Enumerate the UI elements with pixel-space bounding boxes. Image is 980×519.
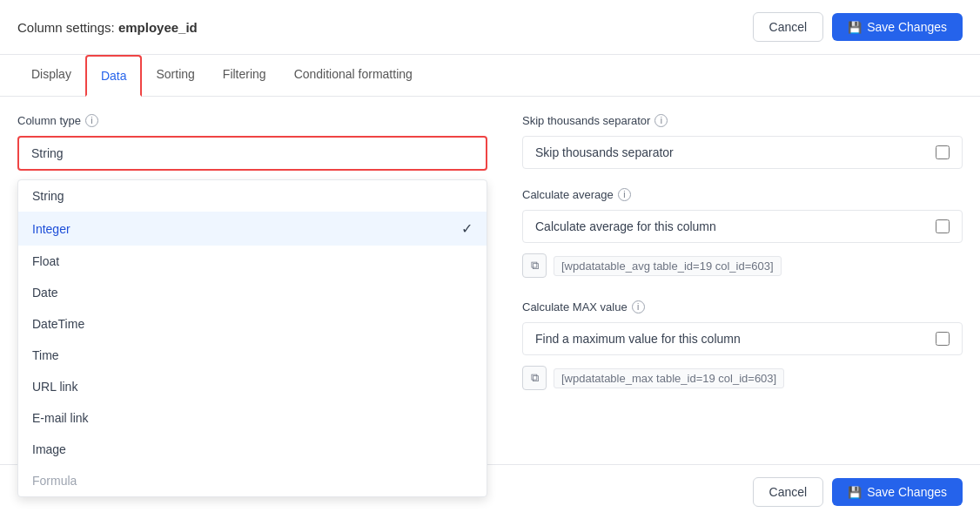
calculate-avg-label: Calculate average i: [522, 188, 963, 201]
calculate-avg-checkbox-label: Calculate average for this column: [535, 219, 716, 233]
dropdown-item-datetime[interactable]: DateTime: [18, 308, 487, 340]
dropdown-item-integer[interactable]: Integer ✓: [18, 212, 487, 246]
tab-data[interactable]: Data: [85, 55, 143, 97]
dropdown-list: String Integer ✓ Float Date DateTime: [17, 179, 487, 497]
footer-cancel-button[interactable]: Cancel: [753, 477, 824, 507]
tab-sorting[interactable]: Sorting: [142, 55, 208, 97]
header-title-prefix: Column settings:: [17, 20, 118, 35]
tabs: Display Data Sorting Filtering Condition…: [0, 55, 980, 97]
skip-thousands-label: Skip thousands separator i: [522, 114, 963, 127]
calculate-max-checkbox-label: Find a maximum value for this column: [535, 332, 741, 346]
calculate-max-info-icon[interactable]: i: [632, 300, 645, 313]
skip-thousands-section: Skip thousands separator i Skip thousand…: [522, 114, 963, 169]
skip-thousands-row: Skip thousands separator: [522, 136, 963, 169]
skip-thousands-checkbox-label: Skip thousands separator: [535, 145, 674, 159]
dropdown-item-url-link[interactable]: URL link: [18, 371, 487, 402]
calculate-avg-copy-button[interactable]: ⧉: [522, 253, 547, 278]
dropdown-item-formula: Formula: [18, 465, 487, 496]
calculate-max-section: Calculate MAX value i Find a maximum val…: [522, 300, 963, 394]
main-content: Column type i String String Integer ✓: [0, 97, 980, 413]
dropdown-item-string[interactable]: String: [18, 180, 487, 212]
dropdown-item-date[interactable]: Date: [18, 277, 487, 308]
dropdown-item-image[interactable]: Image: [18, 434, 487, 465]
tab-conditional[interactable]: Conditional formatting: [280, 55, 426, 97]
calculate-max-label: Calculate MAX value i: [522, 300, 963, 313]
skip-thousands-checkbox[interactable]: [936, 145, 950, 159]
copy-max-icon: ⧉: [531, 371, 539, 385]
copy-avg-icon: ⧉: [531, 259, 539, 273]
footer-save-button[interactable]: 💾 Save Changes: [832, 478, 963, 506]
header-actions: Cancel 💾 Save Changes: [753, 12, 963, 42]
dropdown-item-email-link[interactable]: E-mail link: [18, 402, 487, 434]
calculate-avg-checkbox[interactable]: [936, 219, 950, 233]
tab-display[interactable]: Display: [17, 55, 85, 97]
tab-filtering[interactable]: Filtering: [209, 55, 280, 97]
calculate-avg-shortcode: [wpdatatable_avg table_id=19 col_id=603]: [554, 256, 782, 276]
header-save-button[interactable]: 💾 Save Changes: [832, 13, 963, 41]
calculate-max-checkbox[interactable]: [936, 332, 950, 346]
column-type-info-icon[interactable]: i: [85, 114, 98, 127]
calculate-max-shortcode-row: ⧉ [wpdatatable_max table_id=19 col_id=60…: [522, 362, 963, 394]
check-icon: ✓: [461, 220, 473, 237]
calculate-max-shortcode: [wpdatatable_max table_id=19 col_id=603]: [554, 368, 784, 388]
save-icon: 💾: [848, 21, 862, 34]
calculate-max-copy-button[interactable]: ⧉: [522, 366, 547, 390]
dropdown-item-time[interactable]: Time: [18, 340, 487, 371]
calculate-avg-section: Calculate average i Calculate average fo…: [522, 188, 963, 281]
calculate-avg-shortcode-row: ⧉ [wpdatatable_avg table_id=19 col_id=60…: [522, 250, 963, 281]
footer-save-label: Save Changes: [867, 485, 947, 499]
page-wrapper: Column settings: employee_id Cancel 💾 Sa…: [0, 0, 980, 519]
footer-save-icon: 💾: [848, 486, 862, 499]
header-save-label: Save Changes: [867, 20, 947, 34]
header-title: Column settings: employee_id: [17, 20, 198, 35]
calculate-avg-row: Calculate average for this column: [522, 210, 963, 243]
page-container: Column settings: employee_id Cancel 💾 Sa…: [0, 0, 980, 519]
header: Column settings: employee_id Cancel 💾 Sa…: [0, 0, 980, 55]
left-panel: Column type i String String Integer ✓: [17, 114, 487, 413]
header-cancel-button[interactable]: Cancel: [753, 12, 824, 42]
calculate-max-row: Find a maximum value for this column: [522, 322, 963, 355]
skip-thousands-info-icon[interactable]: i: [654, 114, 668, 127]
header-title-bold: employee_id: [118, 20, 198, 35]
dropdown-item-float[interactable]: Float: [18, 246, 487, 277]
column-type-select[interactable]: String: [17, 136, 487, 171]
right-panel: Skip thousands separator i Skip thousand…: [522, 114, 963, 413]
column-type-label: Column type i: [17, 114, 487, 127]
column-type-selected-value: String: [31, 146, 64, 160]
calculate-avg-info-icon[interactable]: i: [618, 188, 631, 201]
